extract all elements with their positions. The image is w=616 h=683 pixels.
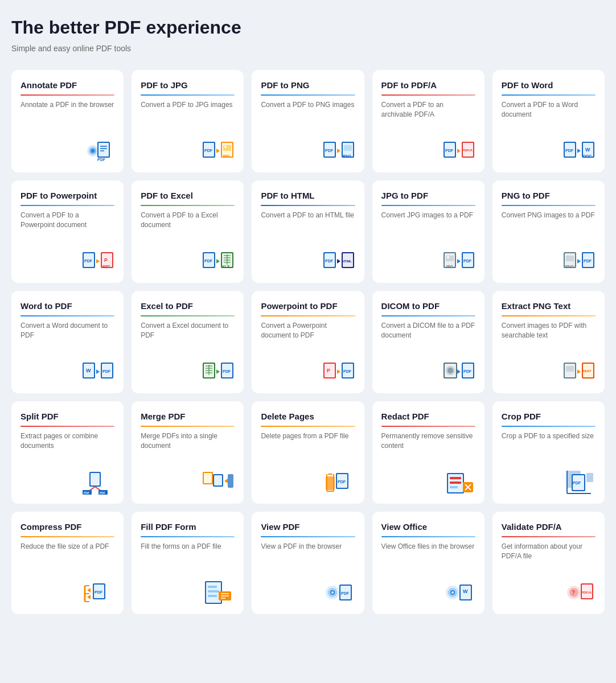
svg-point-113 bbox=[447, 368, 453, 373]
card-title-excel-to-pdf: Excel to PDF bbox=[141, 301, 235, 311]
svg-rect-150 bbox=[450, 482, 461, 484]
svg-marker-29 bbox=[457, 149, 461, 153]
svg-marker-44 bbox=[96, 259, 100, 264]
card-title-split-pdf: Split PDF bbox=[20, 412, 114, 421]
svg-rect-4 bbox=[98, 143, 109, 157]
svg-point-190 bbox=[451, 591, 454, 594]
card-view-office[interactable]: View Office View Office files in the bro… bbox=[372, 512, 484, 614]
card-divider-excel-to-pdf bbox=[141, 315, 235, 316]
card-ppt-to-pdf[interactable]: Powerpoint to PDF Convert a Powerpoint d… bbox=[252, 291, 364, 393]
card-divider-jpg-to-pdf bbox=[381, 205, 475, 206]
card-png-to-pdf[interactable]: PNG to PDF Convert PNG images to a PDF P… bbox=[492, 180, 605, 283]
card-title-delete-pages: Delete Pages bbox=[261, 412, 355, 421]
card-desc-excel-to-pdf: Convert a Excel document to PDF bbox=[141, 321, 235, 350]
card-jpg-to-pdf[interactable]: JPG to PDF Convert JPG images to a PDF J… bbox=[372, 180, 484, 283]
card-divider-split-pdf bbox=[20, 426, 114, 427]
card-icon-pdf-to-html: PDF HTML bbox=[261, 245, 355, 275]
card-icon-pdf-to-excel: PDF XLS bbox=[141, 245, 235, 275]
svg-text:PDF: PDF bbox=[565, 149, 574, 153]
card-desc-fill-pdf-form: Fill the forms on a PDF file bbox=[141, 542, 235, 571]
card-title-fill-pdf-form: Fill PDF Form bbox=[141, 522, 235, 532]
card-divider-view-office bbox=[381, 536, 475, 537]
card-icon-pdf-to-powerpoint: PDF P PPT bbox=[20, 245, 114, 275]
card-view-pdf[interactable]: View PDF View a PDF in the browser PDF bbox=[252, 512, 364, 614]
svg-rect-70 bbox=[446, 256, 454, 261]
card-compress-pdf[interactable]: Compress PDF Reduce the file size of a P… bbox=[11, 512, 124, 614]
card-desc-word-to-pdf: Convert a Word document to PDF bbox=[20, 321, 114, 350]
card-title-pdf-to-word: PDF to Word bbox=[502, 80, 596, 90]
svg-rect-134 bbox=[204, 473, 212, 483]
card-divider-word-to-pdf bbox=[20, 315, 114, 316]
card-icon-fill-pdf-form bbox=[141, 577, 235, 606]
card-delete-pages[interactable]: Delete Pages Delete pages from a PDF fil… bbox=[252, 401, 364, 504]
card-desc-redact-pdf: Permanently remove sensitive content bbox=[381, 431, 475, 460]
svg-marker-73 bbox=[457, 259, 461, 264]
card-pdf-to-excel[interactable]: PDF to Excel Convert a PDF to a Excel do… bbox=[132, 180, 244, 283]
svg-text:?: ? bbox=[572, 590, 575, 596]
svg-text:PPT: PPT bbox=[102, 265, 110, 269]
card-divider-annotate-pdf bbox=[20, 94, 114, 96]
card-title-pdf-to-png: PDF to PNG bbox=[261, 80, 355, 90]
card-divider-dicom-to-pdf bbox=[381, 315, 475, 316]
card-extract-png-text[interactable]: Extract PNG Text Convert images to PDF w… bbox=[492, 291, 605, 393]
card-divider-pdf-to-jpg bbox=[141, 94, 235, 96]
card-icon-redact-pdf bbox=[381, 466, 475, 496]
card-fill-pdf-form[interactable]: Fill PDF Form Fill the forms on a PDF fi… bbox=[132, 512, 244, 614]
card-title-view-pdf: View PDF bbox=[261, 522, 355, 532]
card-title-view-office: View Office bbox=[381, 522, 475, 532]
svg-marker-170 bbox=[87, 595, 91, 599]
card-desc-pdf-to-word: Convert a PDF to a Word document bbox=[502, 100, 596, 129]
card-annotate-pdf[interactable]: Annotate PDF Annotate a PDF in the brows… bbox=[11, 70, 124, 172]
card-pdf-to-html[interactable]: PDF to HTML Convert a PDF to an HTML fil… bbox=[252, 180, 364, 283]
svg-rect-79 bbox=[566, 256, 574, 261]
card-title-crop-pdf: Crop PDF bbox=[502, 412, 596, 421]
svg-text:P: P bbox=[327, 368, 330, 373]
card-desc-pdf-to-excel: Convert a PDF to a Excel document bbox=[141, 211, 235, 240]
card-desc-ppt-to-pdf: Convert a Powerpoint document to PDF bbox=[261, 321, 355, 350]
card-title-jpg-to-pdf: JPG to PDF bbox=[381, 191, 475, 200]
card-desc-extract-png-text: Convert images to PDF with searchable te… bbox=[502, 321, 596, 350]
svg-text:PDF: PDF bbox=[584, 259, 592, 263]
card-desc-pdf-to-jpg: Convert a PDF to JPG images bbox=[141, 100, 235, 129]
card-title-dicom-to-pdf: DICOM to PDF bbox=[381, 301, 475, 311]
card-icon-view-pdf: PDF bbox=[261, 577, 355, 606]
card-divider-redact-pdf bbox=[381, 426, 475, 427]
svg-marker-64 bbox=[337, 259, 340, 264]
card-icon-ppt-to-pdf: P PDF bbox=[261, 356, 355, 385]
card-desc-validate-pdfa: Get information about your PDF/A file bbox=[502, 542, 596, 571]
card-divider-fill-pdf-form bbox=[141, 536, 235, 537]
card-desc-png-to-pdf: Convert PNG images to a PDF bbox=[502, 211, 596, 240]
card-pdf-to-powerpoint[interactable]: PDF to Powerpoint Convert a PDF to a Pow… bbox=[11, 180, 124, 283]
card-title-pdf-to-html: PDF to HTML bbox=[261, 191, 355, 200]
card-validate-pdfa[interactable]: Validate PDF/A Get information about you… bbox=[492, 512, 605, 614]
svg-marker-114 bbox=[457, 369, 461, 374]
svg-text:PDF: PDF bbox=[343, 369, 352, 373]
card-pdf-to-word[interactable]: PDF to Word Convert a PDF to a Word docu… bbox=[492, 70, 605, 172]
svg-text:DOC: DOC bbox=[583, 154, 592, 158]
card-pdf-to-jpg[interactable]: PDF to JPG Convert a PDF to JPG images P… bbox=[132, 70, 244, 172]
card-dicom-to-pdf[interactable]: DICOM to PDF Convert a DICOM file to a P… bbox=[372, 291, 484, 393]
svg-text:PDF: PDF bbox=[338, 480, 346, 484]
card-split-pdf[interactable]: Split PDF Extract pages or combine docum… bbox=[11, 401, 124, 504]
page-subtitle: Simple and easy online PDF tools bbox=[11, 44, 605, 53]
card-icon-compress-pdf: PDF bbox=[20, 577, 114, 606]
svg-marker-21 bbox=[337, 149, 340, 153]
card-pdf-to-png[interactable]: PDF to PNG Convert a PDF to PNG images P… bbox=[252, 70, 364, 172]
svg-text:TEXT: TEXT bbox=[582, 369, 592, 373]
svg-point-183 bbox=[331, 591, 334, 594]
card-pdf-to-pdfa[interactable]: PDF to PDF/A Convert a PDF to an archiva… bbox=[372, 70, 484, 172]
card-word-to-pdf[interactable]: Word to PDF Convert a Word document to P… bbox=[11, 291, 124, 393]
card-excel-to-pdf[interactable]: Excel to PDF Convert a Excel document to… bbox=[132, 291, 244, 393]
card-divider-compress-pdf bbox=[20, 536, 114, 537]
card-icon-dicom-to-pdf: PDF bbox=[381, 356, 475, 385]
card-crop-pdf[interactable]: Crop PDF Crop a PDF to a specified size … bbox=[492, 401, 605, 504]
card-merge-pdf[interactable]: Merge PDF Merge PDFs into a single docum… bbox=[132, 401, 244, 504]
card-title-validate-pdfa: Validate PDF/A bbox=[502, 522, 596, 532]
card-desc-pdf-to-png: Convert a PDF to PNG images bbox=[261, 100, 355, 129]
card-desc-compress-pdf: Reduce the file size of a PDF bbox=[20, 542, 114, 571]
card-desc-pdf-to-html: Convert a PDF to an HTML file bbox=[261, 211, 355, 240]
card-desc-jpg-to-pdf: Convert JPG images to a PDF bbox=[381, 211, 475, 240]
card-title-word-to-pdf: Word to PDF bbox=[20, 301, 114, 311]
card-redact-pdf[interactable]: Redact PDF Permanently remove sensitive … bbox=[372, 401, 484, 504]
svg-text:PDF/A: PDF/A bbox=[581, 591, 592, 594]
